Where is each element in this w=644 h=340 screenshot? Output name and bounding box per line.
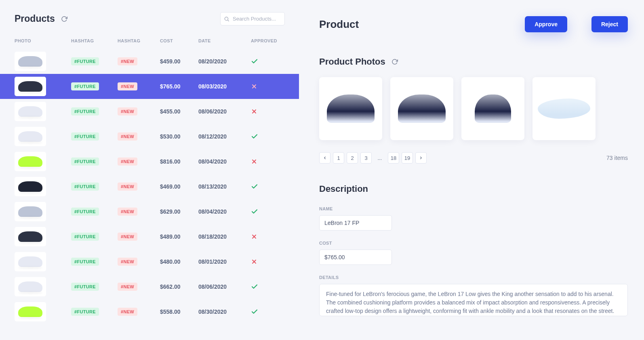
tag-future: #FUTURE <box>71 57 99 65</box>
details-label: DETAILS <box>319 275 628 280</box>
row-date: 08/20/2020 <box>198 58 251 65</box>
col-hashtag1-header: HASHTAG <box>71 38 118 43</box>
product-photo[interactable] <box>319 77 382 140</box>
row-date: 08/12/2020 <box>198 133 251 140</box>
row-date: 08/30/2020 <box>198 309 251 315</box>
tag-future: #FUTURE <box>71 308 99 316</box>
product-detail-panel: Product Approve Reject Product Photos 12… <box>299 0 644 340</box>
table-row[interactable]: #FUTURE#NEW$765.0008/03/2020 <box>0 74 299 99</box>
product-thumbnail <box>15 277 46 296</box>
tag-new: #NEW <box>118 57 137 65</box>
name-input[interactable] <box>319 215 392 231</box>
table-row[interactable]: #FUTURE#NEW$558.0008/30/2020 <box>0 299 299 324</box>
tag-future: #FUTURE <box>71 258 99 266</box>
table-row[interactable]: #FUTURE#NEW$662.0008/06/2020 <box>0 274 299 299</box>
product-photo[interactable] <box>532 77 596 140</box>
product-thumbnail <box>15 227 46 246</box>
tag-new: #NEW <box>118 157 137 166</box>
product-thumbnail <box>15 52 46 71</box>
photos-refresh-icon[interactable] <box>391 59 398 65</box>
reject-button[interactable]: Reject <box>591 16 628 32</box>
page-button[interactable]: 19 <box>402 152 413 164</box>
col-date-header: DATE <box>198 38 251 43</box>
name-label: NAME <box>319 206 628 211</box>
tag-new: #NEW <box>118 258 137 266</box>
table-row[interactable]: #FUTURE#NEW$455.0008/06/2020 <box>0 99 299 124</box>
row-date: 08/04/2020 <box>198 208 251 215</box>
details-textarea[interactable] <box>319 284 628 316</box>
product-thumbnail <box>15 302 46 321</box>
product-thumbnail <box>15 77 46 96</box>
refresh-icon[interactable] <box>61 16 67 22</box>
page-button[interactable]: 1 <box>333 152 344 164</box>
tag-new: #NEW <box>118 233 137 241</box>
table-row[interactable]: #FUTURE#NEW$480.0008/01/2020 <box>0 249 299 274</box>
approved-x-icon <box>251 233 283 240</box>
approved-x-icon <box>251 158 283 165</box>
tag-new: #NEW <box>118 208 137 216</box>
approve-button[interactable]: Approve <box>525 16 567 32</box>
table-row[interactable]: #FUTURE#NEW$459.0008/20/2020 <box>0 49 299 74</box>
page-button[interactable]: 18 <box>388 152 399 164</box>
table-row[interactable]: #FUTURE#NEW$530.0008/12/2020 <box>0 124 299 149</box>
product-thumbnail <box>15 152 46 171</box>
product-photo[interactable] <box>390 77 453 140</box>
row-cost: $489.00 <box>160 233 198 240</box>
tag-new: #NEW <box>118 283 137 291</box>
tag-new: #NEW <box>118 82 137 90</box>
approved-check-icon <box>251 58 283 65</box>
row-date: 08/01/2020 <box>198 258 251 265</box>
page-button[interactable]: 2 <box>347 152 358 164</box>
row-cost: $530.00 <box>160 133 198 140</box>
row-date: 08/06/2020 <box>198 283 251 290</box>
page-prev-button[interactable] <box>319 152 330 164</box>
col-cost-header: COST <box>160 38 198 43</box>
approved-x-icon <box>251 108 283 115</box>
page-ellipsis: ... <box>374 152 385 164</box>
products-title: Products <box>15 13 55 24</box>
row-cost: $480.00 <box>160 258 198 265</box>
approved-x-icon <box>251 83 283 90</box>
product-thumbnail <box>15 252 46 271</box>
page-next-button[interactable] <box>415 152 427 164</box>
product-thumbnail <box>15 177 46 196</box>
tag-future: #FUTURE <box>71 208 99 216</box>
product-photo[interactable] <box>461 77 524 140</box>
col-photo-header: PHOTO <box>15 38 71 43</box>
row-date: 08/18/2020 <box>198 233 251 240</box>
tag-future: #FUTURE <box>71 107 99 115</box>
table-header: PHOTO HASHTAG HASHTAG COST DATE APPROVED <box>0 25 299 49</box>
page-button[interactable]: 3 <box>360 152 372 164</box>
approved-x-icon <box>251 258 283 265</box>
row-date: 08/13/2020 <box>198 183 251 190</box>
products-panel: Products PHOTO HASHTAG HASHTAG COST DATE… <box>0 0 299 340</box>
search-input[interactable] <box>220 12 285 25</box>
row-date: 08/03/2020 <box>198 83 251 90</box>
search-icon <box>224 16 229 22</box>
product-rows: #FUTURE#NEW$459.0008/20/2020#FUTURE#NEW$… <box>0 49 299 324</box>
row-cost: $629.00 <box>160 208 198 215</box>
row-cost: $816.00 <box>160 158 198 165</box>
pagination: 123...1819 73 items <box>319 152 628 164</box>
tag-future: #FUTURE <box>71 82 99 90</box>
tag-new: #NEW <box>118 308 137 316</box>
product-thumbnail <box>15 202 46 221</box>
approved-check-icon <box>251 283 283 290</box>
approved-check-icon <box>251 308 283 315</box>
table-row[interactable]: #FUTURE#NEW$816.0008/04/2020 <box>0 149 299 174</box>
row-cost: $558.00 <box>160 309 198 315</box>
row-cost: $662.00 <box>160 283 198 290</box>
tag-future: #FUTURE <box>71 157 99 166</box>
table-row[interactable]: #FUTURE#NEW$489.0008/18/2020 <box>0 224 299 249</box>
col-hashtag2-header: HASHTAG <box>118 38 160 43</box>
table-row[interactable]: #FUTURE#NEW$629.0008/04/2020 <box>0 199 299 224</box>
approved-check-icon <box>251 183 283 190</box>
pagination-total: 73 items <box>606 155 628 161</box>
tag-new: #NEW <box>118 107 137 115</box>
row-cost: $469.00 <box>160 183 198 190</box>
row-date: 08/06/2020 <box>198 108 251 115</box>
table-row[interactable]: #FUTURE#NEW$469.0008/13/2020 <box>0 174 299 199</box>
product-thumbnail <box>15 102 46 121</box>
cost-input[interactable] <box>319 250 392 265</box>
approved-check-icon <box>251 133 283 140</box>
